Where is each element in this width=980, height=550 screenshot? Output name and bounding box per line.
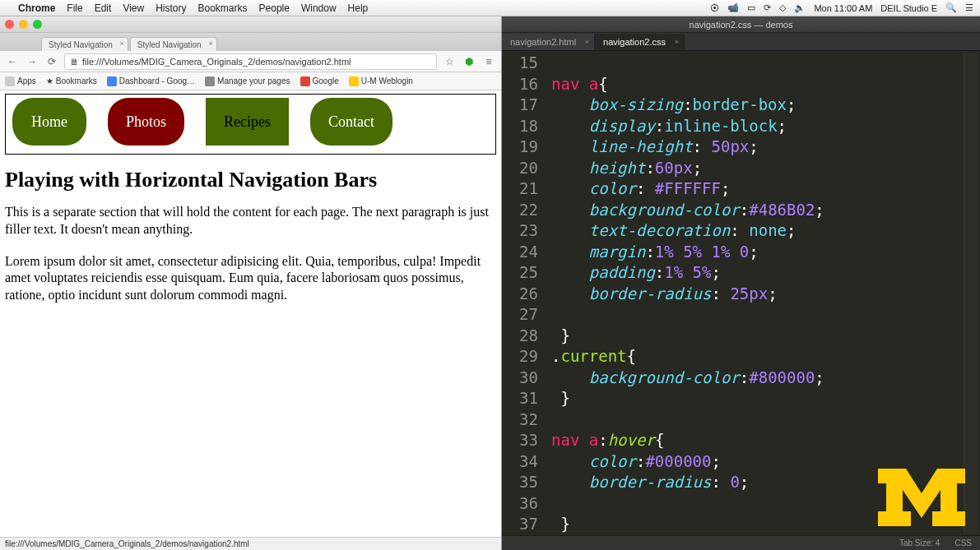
- favicon-icon: [107, 76, 117, 86]
- editor-titlebar: navigation2.css — demos: [502, 16, 980, 33]
- browser-tab[interactable]: Styled Navigation ×: [41, 37, 128, 51]
- nav-link-home[interactable]: Home: [12, 98, 86, 146]
- close-icon[interactable]: ×: [675, 38, 679, 46]
- favicon-icon: [349, 76, 359, 86]
- favicon-icon: [300, 76, 310, 86]
- hamburger-icon[interactable]: ≡: [481, 54, 496, 69]
- window-controls: [5, 20, 42, 29]
- chrome-toolbar: ← → ⟳ 🗎 file:///Volumes/MDIG_Camera_Orig…: [0, 51, 501, 72]
- bookmark-item[interactable]: Google: [300, 76, 339, 86]
- bookmark-label: Manage your pages: [217, 76, 290, 86]
- chrome-window: Styled Navigation × Styled Navigation × …: [0, 16, 502, 550]
- extension-icon[interactable]: ⬢: [462, 54, 476, 69]
- bookmark-item[interactable]: ★Bookmarks: [46, 76, 97, 86]
- bookmark-label: Dashboard - Goog…: [119, 76, 195, 86]
- forward-button[interactable]: →: [25, 54, 39, 69]
- favicon-icon: [205, 76, 215, 86]
- star-icon: ★: [46, 76, 53, 86]
- bookmark-item[interactable]: Dashboard - Goog…: [107, 76, 195, 86]
- zoom-window-icon[interactable]: [33, 20, 42, 29]
- page-viewport[interactable]: Home Photos Recipes Contact Playing with…: [0, 90, 501, 537]
- syntax-label[interactable]: CSS: [954, 538, 972, 548]
- menu-file[interactable]: File: [67, 2, 82, 14]
- editor-tab[interactable]: navigation2.css ×: [595, 34, 685, 50]
- menu-help[interactable]: Help: [348, 2, 369, 14]
- reload-button[interactable]: ⟳: [44, 54, 59, 69]
- apps-icon: [5, 76, 15, 86]
- editor-tab[interactable]: navigation2.html ×: [502, 34, 595, 50]
- bookmark-item[interactable]: Manage your pages: [205, 76, 290, 86]
- bookmark-label: Apps: [17, 76, 36, 86]
- michigan-logo-icon: [878, 469, 965, 529]
- close-window-icon[interactable]: [5, 20, 14, 29]
- bookmark-label: Google: [313, 76, 339, 86]
- nav-link-recipes[interactable]: Recipes: [206, 98, 289, 146]
- close-icon[interactable]: ×: [208, 39, 212, 48]
- code-area[interactable]: 15 16 17 18 19 20 21 22 23 24 25 26 27 2…: [502, 51, 980, 535]
- star-button[interactable]: ☆: [442, 54, 457, 69]
- address-bar[interactable]: 🗎 file:///Volumes/MDIG_Camera_Originals_…: [64, 53, 437, 70]
- bookmark-apps[interactable]: Apps: [5, 76, 36, 86]
- nav-link-contact[interactable]: Contact: [310, 98, 392, 146]
- spotlight-icon[interactable]: 🔍: [945, 2, 957, 13]
- page-nav: Home Photos Recipes Contact: [5, 94, 496, 155]
- page-heading: Playing with Horizontal Navigation Bars: [5, 168, 496, 192]
- file-icon: 🗎: [70, 57, 79, 67]
- menu-edit[interactable]: Edit: [95, 2, 112, 14]
- tab-label: navigation2.css: [603, 37, 666, 47]
- nav-link-photos[interactable]: Photos: [108, 98, 184, 146]
- status-text: file:///Volumes/MDIG_Camera_Originals_2/…: [5, 539, 249, 548]
- menu-people[interactable]: People: [259, 2, 290, 14]
- line-gutter: 15 16 17 18 19 20 21 22 23 24 25 26 27 2…: [502, 51, 546, 535]
- volume-icon[interactable]: 🔈: [794, 2, 806, 13]
- sync-icon[interactable]: ⟳: [764, 2, 771, 13]
- editor-tabstrip: navigation2.html × navigation2.css ×: [502, 33, 980, 51]
- minimize-window-icon[interactable]: [19, 20, 28, 29]
- menubar-account[interactable]: DEIL Studio E: [880, 3, 937, 13]
- menu-view[interactable]: View: [123, 2, 144, 14]
- close-icon[interactable]: ×: [585, 38, 589, 46]
- url-text: file:///Volumes/MDIG_Camera_Originals_2/…: [82, 57, 351, 67]
- menubar-clock[interactable]: Mon 11:00 AM: [814, 3, 872, 13]
- menu-history[interactable]: History: [156, 2, 186, 14]
- display-icon[interactable]: ▭: [747, 2, 755, 13]
- chrome-tabstrip: Styled Navigation × Styled Navigation ×: [0, 33, 501, 51]
- code-editor-window: navigation2.css — demos navigation2.html…: [502, 16, 980, 550]
- tab-label: navigation2.html: [510, 37, 576, 47]
- back-button[interactable]: ←: [5, 54, 20, 69]
- close-icon[interactable]: ×: [120, 39, 124, 48]
- menubar-app-name[interactable]: Chrome: [18, 2, 55, 14]
- tab-title: Styled Navigation: [49, 40, 113, 49]
- page-paragraph: Lorem ipsum dolor sit amet, consectetur …: [5, 253, 496, 304]
- code-text[interactable]: nav a{ box-sizing:border-box; display:in…: [546, 51, 980, 535]
- menu-window[interactable]: Window: [301, 2, 337, 14]
- bookmark-item[interactable]: U-M Weblogin: [349, 76, 413, 86]
- mac-menubar: Chrome File Edit View History Bookmarks …: [0, 0, 980, 16]
- minimap[interactable]: [964, 53, 978, 534]
- page-paragraph: This is a separate section that will hol…: [5, 204, 496, 238]
- chrome-status-bar: file:///Volumes/MDIG_Camera_Originals_2/…: [0, 537, 501, 550]
- screenrec-icon[interactable]: ⦿: [710, 3, 719, 13]
- editor-title: navigation2.css — demos: [690, 20, 793, 30]
- tab-size-label[interactable]: Tab Size: 4: [899, 538, 940, 548]
- bookmarks-bar: Apps ★Bookmarks Dashboard - Goog… Manage…: [0, 72, 501, 90]
- tab-title: Styled Navigation: [137, 40, 202, 49]
- wifi-icon[interactable]: ◇: [779, 2, 786, 13]
- camera-icon[interactable]: 📹: [727, 2, 739, 13]
- menu-bookmarks[interactable]: Bookmarks: [198, 2, 248, 14]
- editor-status-bar: Tab Size: 4 CSS: [502, 535, 980, 550]
- menu-icon[interactable]: ☰: [965, 2, 973, 13]
- browser-tab[interactable]: Styled Navigation ×: [130, 37, 217, 51]
- bookmark-label: U-M Weblogin: [361, 76, 413, 86]
- bookmark-label: Bookmarks: [56, 76, 97, 86]
- chrome-titlebar: [0, 16, 501, 33]
